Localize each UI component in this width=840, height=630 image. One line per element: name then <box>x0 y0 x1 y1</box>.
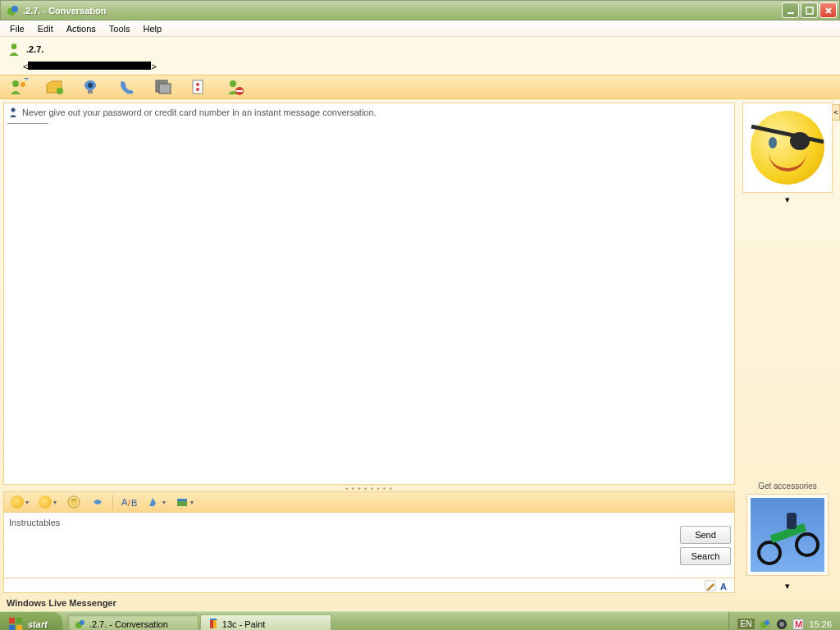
contact-name: .2.7. <box>26 44 43 54</box>
taskbar-item-paint[interactable]: 13c - Paint <box>200 614 331 630</box>
clock[interactable]: 15:26 <box>809 619 832 629</box>
format-icons-row: A <box>3 578 735 593</box>
invite-icon[interactable]: + <box>8 77 30 97</box>
svg-text:B: B <box>131 498 137 508</box>
close-button[interactable] <box>819 2 837 18</box>
wink-button[interactable]: ▾ <box>37 494 58 510</box>
menu-tools[interactable]: Tools <box>103 22 137 35</box>
windows-logo-icon <box>8 617 23 631</box>
svg-point-20 <box>11 108 16 112</box>
svg-rect-2 <box>788 12 794 14</box>
svg-point-10 <box>88 83 93 88</box>
redacted-email <box>28 62 151 70</box>
svg-text:A: A <box>121 497 128 507</box>
taskbar-item-label: 13c - Paint <box>222 619 266 629</box>
svg-rect-36 <box>210 620 213 628</box>
collapse-panel-button[interactable]: < <box>832 104 840 121</box>
start-button[interactable]: start <box>0 612 62 631</box>
pirate-smiley-icon <box>751 111 824 185</box>
svg-rect-27 <box>177 499 187 501</box>
emoticon-button[interactable]: ▾ <box>9 494 30 510</box>
send-file-icon[interactable] <box>44 77 66 97</box>
warning-icon <box>7 107 19 118</box>
svg-point-17 <box>230 80 236 87</box>
nudge-button[interactable] <box>89 494 106 510</box>
svg-rect-30 <box>9 618 15 623</box>
send-button[interactable]: Send <box>680 526 731 544</box>
menu-bar: File Edit Actions Tools Help <box>0 21 840 37</box>
status-bar-text: Windows Live Messenger <box>0 596 840 611</box>
menu-file[interactable]: File <box>3 22 31 35</box>
menu-help[interactable]: Help <box>136 22 168 35</box>
conversation-area: Never give out your password or credit c… <box>3 103 735 485</box>
font-button[interactable]: A/B <box>120 495 139 509</box>
svg-point-1 <box>11 6 18 12</box>
menu-actions[interactable]: Actions <box>60 22 103 35</box>
self-avatar-menu[interactable]: ▾ <box>738 579 837 593</box>
svg-rect-14 <box>193 80 203 94</box>
svg-rect-13 <box>159 84 171 94</box>
svg-point-5 <box>12 80 19 87</box>
warning-text: Never give out your password or credit c… <box>22 107 377 117</box>
window-titlebar: .2.7. - Conversation <box>0 0 840 21</box>
background-button[interactable]: ▾ <box>146 495 167 509</box>
svg-rect-3 <box>806 7 813 14</box>
svg-rect-31 <box>16 618 22 623</box>
self-avatar[interactable] <box>746 494 829 576</box>
contact-avatar[interactable] <box>742 103 833 193</box>
block-icon[interactable] <box>225 77 246 97</box>
activities-icon[interactable] <box>153 77 174 97</box>
separator-line <box>7 123 48 124</box>
svg-text:M: M <box>795 619 802 629</box>
svg-text:A: A <box>720 582 727 591</box>
handwrite-icon[interactable] <box>705 580 716 591</box>
contact-avatar-menu[interactable]: ▾ <box>738 193 837 207</box>
compose-toolbar: ▾ ▾ A/B ▾ ▾ <box>3 491 735 513</box>
svg-point-39 <box>765 620 769 625</box>
svg-point-4 <box>11 43 17 49</box>
menu-edit[interactable]: Edit <box>31 22 60 35</box>
language-indicator[interactable]: EN <box>737 619 756 629</box>
font-format-icon[interactable]: A <box>719 580 731 591</box>
svg-rect-19 <box>236 90 243 92</box>
minimize-button[interactable] <box>782 2 799 18</box>
start-label: start <box>28 619 48 629</box>
tray-m-icon[interactable]: M <box>792 619 804 630</box>
contact-email: <> <box>0 62 840 71</box>
svg-rect-33 <box>16 625 22 631</box>
maximize-button[interactable] <box>801 2 818 18</box>
contact-header: .2.7. <box>0 37 840 62</box>
svg-point-16 <box>196 88 199 91</box>
accessories-link[interactable]: Get accessories <box>738 475 837 494</box>
dirtbike-image <box>751 498 824 572</box>
message-input[interactable]: Instructables <box>4 513 677 578</box>
window-title: .2.7. - Conversation <box>23 6 780 16</box>
tray-icon[interactable] <box>776 619 788 630</box>
search-button[interactable]: Search <box>680 547 731 565</box>
tray-messenger-icon[interactable] <box>760 619 771 630</box>
webcam-icon[interactable] <box>80 77 102 97</box>
taskbar-item-label: .2.7. - Conversation <box>89 619 168 629</box>
svg-rect-32 <box>9 625 15 631</box>
splitter[interactable]: • • • • • • • • <box>3 485 735 491</box>
voice-clip-button[interactable] <box>65 494 83 510</box>
app-icon <box>7 4 20 17</box>
taskbar-item-conversation[interactable]: .2.7. - Conversation <box>67 614 199 630</box>
svg-point-41 <box>779 622 784 627</box>
compose-area: Instructables Send Search <box>3 513 735 578</box>
svg-rect-11 <box>88 90 93 94</box>
contact-status-icon <box>7 42 21 57</box>
call-icon[interactable] <box>116 77 138 97</box>
svg-rect-37 <box>213 620 217 628</box>
svg-point-8 <box>57 88 63 94</box>
svg-point-35 <box>80 620 84 625</box>
packs-button[interactable]: ▾ <box>174 495 195 509</box>
svg-text:+: + <box>24 78 29 83</box>
action-toolbar: + <box>0 75 840 99</box>
games-icon[interactable] <box>189 77 210 97</box>
taskbar: start .2.7. - Conversation 13c - Paint E… <box>0 611 840 630</box>
system-tray: EN M 15:26 <box>728 612 840 631</box>
svg-point-15 <box>196 83 199 86</box>
